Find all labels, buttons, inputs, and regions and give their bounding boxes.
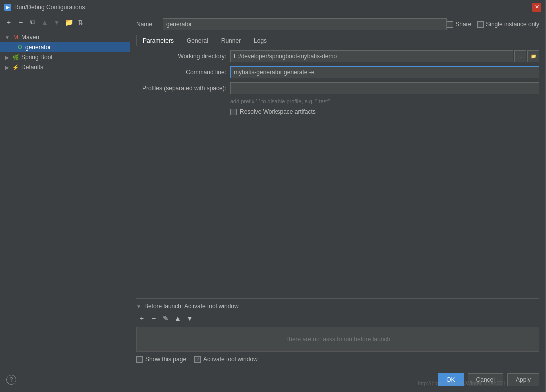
show-page-checkbox[interactable]: [136, 356, 143, 363]
profiles-label: Profiles (separated with space):: [136, 85, 226, 92]
single-instance-option: Single instance only: [478, 21, 540, 28]
single-instance-checkbox[interactable]: [478, 21, 484, 28]
collapse-icon[interactable]: ▼: [136, 304, 142, 309]
tree-item-springboot[interactable]: ▶ 🌿 Spring Boot: [0, 52, 130, 62]
profiles-field: Profiles (separated with space):: [136, 82, 540, 94]
tab-logs[interactable]: Logs: [248, 35, 274, 46]
move-down-button[interactable]: ▼: [52, 17, 62, 28]
move-up-button[interactable]: ▲: [40, 17, 50, 28]
maven-label: Maven: [22, 34, 40, 41]
maven-icon: M: [12, 34, 20, 41]
left-toolbar: + − ⧉ ▲ ▼ 📁 ⇅: [0, 14, 130, 30]
tree-item-generator[interactable]: ⚙ generator: [0, 42, 130, 52]
main-window: ▶ Run/Debug Configurations ✕ + − ⧉ ▲ ▼ 📁…: [0, 0, 546, 392]
springboot-expand-icon: ▶: [4, 54, 10, 60]
activate-tool-checkbox[interactable]: [194, 356, 201, 363]
before-launch-section: ▼ Before launch: Activate tool window + …: [136, 298, 540, 363]
name-row: Name:: [136, 18, 447, 30]
defaults-label: Defaults: [22, 64, 44, 71]
before-launch-edit-btn[interactable]: ✎: [160, 313, 172, 324]
profiles-hint: add prefix '-' to disable profile, e.g. …: [136, 98, 540, 104]
main-content: + − ⧉ ▲ ▼ 📁 ⇅ ▼ M Maven ⚙ generator: [0, 14, 546, 367]
help-button[interactable]: ?: [6, 375, 16, 385]
title-bar-left: ▶ Run/Debug Configurations: [4, 4, 85, 11]
add-config-button[interactable]: +: [4, 17, 14, 28]
working-directory-input[interactable]: [230, 50, 514, 62]
defaults-expand-icon: ▶: [4, 64, 10, 70]
footer-left: ?: [6, 375, 16, 385]
show-page-label: Show this page: [146, 356, 186, 363]
remove-config-button[interactable]: −: [16, 17, 26, 28]
working-directory-dots-btn[interactable]: ...: [514, 50, 526, 62]
working-directory-field: Working directory: ... 📁: [136, 50, 540, 62]
profiles-input[interactable]: [230, 82, 540, 94]
before-launch-header: ▼ Before launch: Activate tool window: [136, 303, 540, 310]
no-tasks-message: There are no tasks to run before launch: [286, 336, 390, 343]
before-launch-add-btn[interactable]: +: [136, 313, 148, 324]
show-page-option: Show this page: [136, 356, 186, 363]
sort-button[interactable]: ⇅: [76, 17, 86, 28]
copy-config-button[interactable]: ⧉: [28, 17, 38, 28]
springboot-icon: 🌿: [12, 54, 20, 61]
close-button[interactable]: ✕: [532, 3, 542, 12]
title-bar: ▶ Run/Debug Configurations ✕: [0, 0, 546, 14]
left-panel: + − ⧉ ▲ ▼ 📁 ⇅ ▼ M Maven ⚙ generator: [0, 14, 130, 367]
parameters-content: Working directory: ... 📁 Command line: P…: [136, 50, 540, 363]
single-instance-label: Single instance only: [486, 21, 540, 28]
watermark: http://blog.csdn.net/Winter_chen001: [418, 380, 506, 386]
apply-button[interactable]: Apply: [508, 373, 540, 386]
activate-tool-option: Activate tool window: [194, 356, 258, 363]
working-directory-group: ... 📁: [230, 50, 540, 62]
folder-button[interactable]: 📁: [64, 17, 74, 28]
app-icon: ▶: [4, 4, 12, 11]
working-directory-label: Working directory:: [136, 53, 226, 60]
footer: ? OK Cancel Apply: [0, 367, 546, 392]
before-launch-down-btn[interactable]: ▼: [184, 313, 196, 324]
command-line-input[interactable]: [230, 66, 540, 78]
share-option: Share: [447, 21, 472, 28]
name-label: Name:: [136, 21, 159, 28]
tab-runner[interactable]: Runner: [215, 35, 248, 46]
top-row: Name: Share Single instance only: [136, 18, 540, 30]
before-launch-up-btn[interactable]: ▲: [172, 313, 184, 324]
resolve-artifacts-checkbox[interactable]: [230, 109, 237, 115]
name-input[interactable]: [163, 18, 447, 30]
working-directory-browse-btn[interactable]: 📁: [528, 50, 540, 62]
tree-item-defaults[interactable]: ▶ ⚡ Defaults: [0, 62, 130, 72]
before-launch-remove-btn[interactable]: −: [148, 313, 160, 324]
springboot-label: Spring Boot: [22, 54, 53, 61]
command-line-field: Command line:: [136, 66, 540, 78]
maven-expand-icon: ▼: [4, 34, 10, 40]
resolve-artifacts-row: Resolve Workspace artifacts: [136, 108, 540, 115]
right-panel: Name: Share Single instance only Param: [130, 14, 546, 367]
tabs: Parameters General Runner Logs: [136, 34, 540, 46]
tab-parameters[interactable]: Parameters: [136, 35, 180, 46]
share-checkbox[interactable]: [447, 21, 454, 28]
config-tree: ▼ M Maven ⚙ generator ▶ 🌿 Spring Boot: [0, 30, 130, 367]
resolve-artifacts-label: Resolve Workspace artifacts: [240, 108, 316, 115]
generator-gear-icon: ⚙: [16, 44, 24, 51]
activate-tool-label: Activate tool window: [204, 356, 258, 363]
header-right: Share Single instance only: [447, 21, 540, 28]
bottom-checkboxes: Show this page Activate tool window: [136, 356, 540, 363]
before-launch-title: Before launch: Activate tool window: [144, 303, 239, 310]
window-title: Run/Debug Configurations: [14, 4, 85, 11]
defaults-icon: ⚡: [12, 64, 20, 71]
before-launch-toolbar: + − ✎ ▲ ▼: [136, 313, 540, 324]
tab-general[interactable]: General: [180, 35, 215, 46]
tree-item-maven[interactable]: ▼ M Maven: [0, 32, 130, 42]
command-line-label: Command line:: [136, 69, 226, 76]
share-label: Share: [456, 21, 472, 28]
generator-label: generator: [26, 44, 51, 51]
launch-task-area: There are no tasks to run before launch: [136, 327, 540, 352]
content-spacer: [136, 119, 540, 294]
